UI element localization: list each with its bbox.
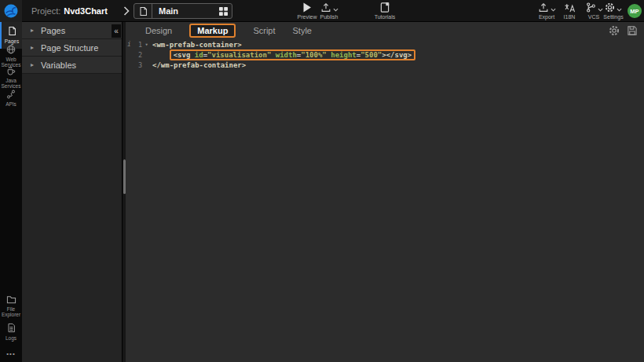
panel-section-variables[interactable]: ▸ Variables: [22, 57, 122, 74]
i18n-label: I18N: [564, 14, 576, 20]
gutter[interactable]: 3: [126, 61, 152, 69]
globe-icon: [6, 45, 16, 54]
project-label: Project:: [31, 6, 60, 16]
settings-label: Settings: [603, 14, 623, 20]
export-label: Export: [539, 14, 554, 20]
save-button[interactable]: [627, 25, 638, 36]
editor-settings-button[interactable]: [609, 25, 620, 36]
panel-section-page-structure[interactable]: ▸ Page Structure: [22, 39, 122, 57]
ellipsis-icon: •••: [6, 350, 15, 357]
markup-code-editor[interactable]: i1▾<wm-prefab-container>2 <svg id="visua…: [126, 39, 644, 362]
gutter[interactable]: 2: [126, 51, 152, 59]
tab-markup[interactable]: Markup: [189, 24, 236, 38]
export-upload-icon: [538, 2, 549, 13]
gutter[interactable]: i1▾: [126, 41, 152, 49]
publish-label: Publish: [320, 14, 338, 20]
panel-section-label: Variables: [41, 60, 76, 70]
play-icon: [302, 2, 312, 13]
line-number: 2: [133, 51, 142, 59]
sidebar-item-java-services[interactable]: Java Services: [0, 64, 22, 87]
connector-icon: [6, 90, 16, 99]
editor-tab-bar: Design Markup Script Style: [126, 22, 644, 39]
project-name: Nvd3Chart: [64, 6, 108, 16]
git-branch-icon: [585, 2, 596, 13]
active-page-tab[interactable]: Main: [134, 3, 232, 19]
highlight-box: <svg id="visualisation" width="100%" hei…: [170, 49, 416, 60]
scrollbar-thumb[interactable]: [123, 159, 126, 194]
i18n-button[interactable]: I18N: [556, 2, 583, 21]
panel-section-pages[interactable]: ▸ Pages: [22, 22, 122, 39]
tab-style[interactable]: Style: [293, 26, 312, 35]
panel-section-label: Pages: [41, 26, 65, 35]
sidebar-item-logs[interactable]: Logs: [0, 320, 22, 341]
line-number: 1: [133, 41, 142, 49]
code-line[interactable]: 3</wm-prefab-container>: [126, 61, 644, 69]
fold-arrow-icon: ▾: [142, 41, 151, 49]
editor-area: Design Markup Script Style i1▾<wm: [126, 22, 644, 362]
code-text: <svg id="visualisation" width="100%" hei…: [152, 49, 415, 61]
page-switcher-grid-icon[interactable]: [214, 7, 232, 16]
panel-collapse-button[interactable]: «: [112, 24, 121, 38]
pages-panel: ▸ Pages ▸ Page Structure ▸ Variables «: [22, 22, 122, 362]
project-breadcrumb: Project: Nvd3Chart: [31, 0, 108, 22]
panel-scrollbar[interactable]: [122, 22, 126, 362]
chevron-down-icon: [617, 8, 622, 12]
top-bar: Project: Nvd3Chart Main: [0, 0, 644, 22]
code-text: <wm-prefab-container>: [152, 41, 242, 49]
left-icon-rail: Pages Web Services Java Services: [0, 22, 22, 362]
tutorials-label: Tutorials: [375, 14, 396, 20]
pages-icon: [8, 26, 16, 36]
page-tab-label: Main: [152, 6, 214, 16]
triangle-right-icon: ▸: [27, 44, 38, 51]
translate-icon: [564, 2, 576, 13]
tab-script[interactable]: Script: [253, 26, 275, 35]
tutorials-button[interactable]: Tutorials: [368, 2, 402, 21]
brand-logo[interactable]: [0, 0, 22, 22]
triangle-right-icon: ▸: [27, 61, 38, 68]
tutorials-tablet-icon: [380, 2, 390, 13]
info-marker-icon: i: [126, 41, 133, 49]
chevron-down-icon: [551, 8, 556, 12]
coffee-cup-icon: [6, 66, 16, 75]
publish-upload-icon: [320, 2, 331, 13]
panel-section-label: Page Structure: [41, 43, 98, 53]
wavemaker-studio-window: Project: Nvd3Chart Main: [0, 0, 644, 362]
gear-icon: [605, 2, 615, 13]
page-file-icon: [134, 4, 152, 18]
chevron-down-icon: [333, 8, 338, 12]
tab-design[interactable]: Design: [145, 26, 172, 35]
code-line[interactable]: i1▾<wm-prefab-container>: [126, 41, 644, 49]
folder-icon: [6, 295, 16, 304]
code-lines: i1▾<wm-prefab-container>2 <svg id="visua…: [126, 41, 644, 69]
code-text: </wm-prefab-container>: [152, 61, 246, 69]
log-file-icon: [7, 323, 16, 333]
chevron-right-icon: [123, 6, 130, 16]
settings-button[interactable]: Settings: [598, 2, 629, 21]
code-line[interactable]: 2 <svg id="visualisation" width="100%" h…: [126, 49, 644, 61]
sidebar-item-label: File Explorer: [0, 306, 22, 317]
sidebar-item-label: APIs: [5, 101, 16, 107]
sidebar-item-apis[interactable]: APIs: [0, 87, 22, 108]
publish-button[interactable]: Publish: [312, 2, 346, 21]
line-number: 3: [133, 61, 142, 69]
user-avatar[interactable]: MP: [628, 4, 642, 18]
wavemaker-logo-icon: [3, 3, 19, 19]
triangle-right-icon: ▸: [27, 27, 38, 34]
sidebar-more-button[interactable]: •••: [0, 347, 22, 360]
sidebar-item-label: Logs: [5, 335, 16, 341]
sidebar-item-file-explorer[interactable]: File Explorer: [0, 293, 22, 316]
sidebar-item-web-services[interactable]: Web Services: [0, 42, 22, 66]
